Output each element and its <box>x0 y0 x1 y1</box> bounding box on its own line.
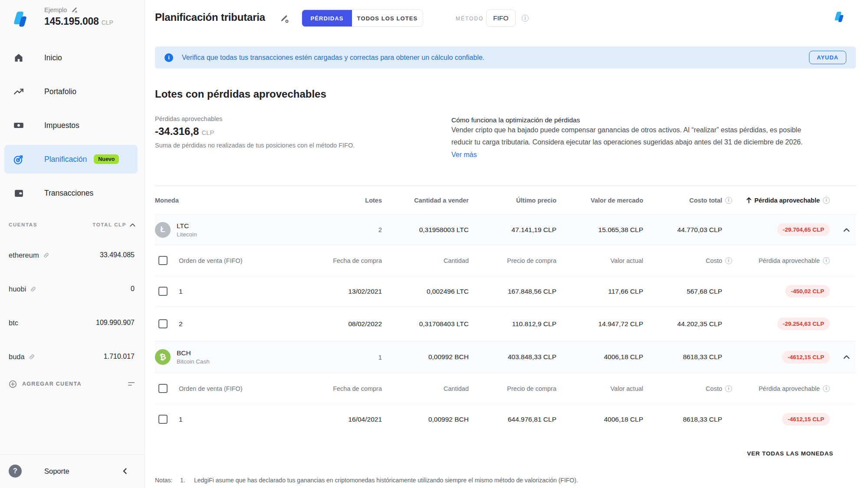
row-checkbox[interactable] <box>158 415 168 424</box>
sidebar-item-planificacion[interactable]: Planificación Nuevo <box>0 142 144 176</box>
question-circle-icon: ? <box>9 465 22 478</box>
link-icon <box>29 354 35 360</box>
chevron-up-icon <box>843 228 850 232</box>
perdida-sub-info-icon[interactable]: i <box>823 257 830 264</box>
sidebar-item-label: Portafolio <box>44 87 76 96</box>
accounts-total-toggle[interactable]: TOTAL CLP <box>92 222 135 227</box>
loss-metric: Pérdidas aprovechables -34.316,8 CLP Sum… <box>155 115 355 149</box>
perdida-info-icon[interactable]: i <box>823 197 830 204</box>
lot-buy-price: 110.812,9 CLP <box>469 320 556 328</box>
home-icon <box>13 52 24 63</box>
sidebar-item-label: Inicio <box>44 53 62 62</box>
support-label: Soporte <box>44 467 69 475</box>
add-account-button[interactable]: AGREGAR CUENTA <box>9 374 135 394</box>
how-text-line: reducir tu carga tributaria. Considera e… <box>451 136 857 148</box>
lot-current-value: 117,66 CLP <box>556 288 643 295</box>
workspace-info: Ejemplo 145.195.008 CLP <box>44 7 113 27</box>
select-all-checkbox[interactable] <box>158 384 168 393</box>
lot-order: 1 <box>179 416 183 423</box>
method-info-icon[interactable]: i <box>522 15 529 22</box>
account-row-btc[interactable]: btc 109.990.907 <box>0 306 144 340</box>
note-number: 2. <box>180 486 194 488</box>
lot-cost: 44.202,35 CLP <box>643 320 722 328</box>
lot-date: 13/02/2021 <box>285 288 382 295</box>
ayuda-button[interactable]: AYUDA <box>809 51 846 64</box>
plan-settings-icon[interactable] <box>279 14 289 26</box>
row-checkbox[interactable] <box>158 319 168 328</box>
col-costo-total: Costo total i <box>643 197 722 204</box>
lot-row: 1 13/02/2021 0,002496 LTC 167.848,56 CLP… <box>155 276 856 306</box>
subcol-cantidad: Cantidad <box>382 257 469 264</box>
collapse-row-button[interactable] <box>830 228 856 232</box>
col-perdida-aprovechable[interactable]: Pérdida aprovechable i <box>722 197 830 204</box>
metric-label: Pérdidas aprovechables <box>155 115 355 122</box>
lot-order: 2 <box>179 320 183 328</box>
metric-value: -34.316,8 <box>155 125 199 138</box>
coin-market-value: 15.065,38 CLP <box>556 226 643 234</box>
lot-cost: 567,68 CLP <box>643 288 722 295</box>
accounts-header: CUENTAS TOTAL CLP <box>9 222 135 227</box>
workspace-balance-currency: CLP <box>102 19 113 26</box>
subcol-orden: Orden de venta (FIFO) <box>179 257 243 264</box>
app-logo <box>10 10 30 31</box>
loss-badge: -29.254,63 CLP <box>777 318 830 330</box>
sidebar-item-inicio[interactable]: Inicio <box>0 41 144 75</box>
support-button[interactable]: ? Soporte <box>9 461 128 481</box>
edit-pen-icon[interactable] <box>71 7 78 13</box>
sidebar-item-portafolio[interactable]: Portafolio <box>0 75 144 108</box>
row-checkbox[interactable] <box>158 287 168 296</box>
loss-badge: -4612,15 CLP <box>782 351 830 364</box>
coin-amount: 0,31958003 LTC <box>382 226 469 234</box>
select-all-checkbox[interactable] <box>158 256 168 265</box>
coin-row-ltc[interactable]: Ł LTC Litecoin 2 0,31958003 LTC 47.141,1… <box>155 214 856 245</box>
nuevo-badge: Nuevo <box>94 154 119 164</box>
sidebar-divider <box>0 454 144 455</box>
main-content: Planificación tributaria PÉRDIDAS TODOS … <box>145 0 868 488</box>
chevron-up-icon <box>843 355 850 359</box>
coin-total-cost: 8618,33 CLP <box>643 353 722 361</box>
loss-badge: -450,02 CLP <box>785 285 830 298</box>
lot-current-value: 14.947,72 CLP <box>556 320 643 328</box>
lot-row: 2 08/02/2022 0,31708403 LTC 110.812,9 CL… <box>155 306 856 341</box>
account-name: buda <box>9 353 25 361</box>
view-all-coins-link[interactable]: VER TODAS LAS MONEDAS <box>747 450 833 457</box>
sidebar-item-label: Transacciones <box>44 189 93 198</box>
col-valor-de-mercado: Valor de mercado <box>556 197 643 204</box>
coin-symbol: BCH <box>177 349 210 357</box>
lot-qty: 0,00992 BCH <box>382 416 469 423</box>
subcol-precio-compra: Precio de compra <box>469 257 556 264</box>
col-ultimo-precio: Último precio <box>469 197 556 204</box>
accounts-header-label: CUENTAS <box>9 222 37 227</box>
banner-text: Verifica que todas tus transacciones est… <box>182 54 484 62</box>
account-row-buda[interactable]: buda 1.710.017 <box>0 340 144 373</box>
tab-todos-los-lotes[interactable]: TODOS LOS LOTES <box>352 10 423 26</box>
page-title: Planificación tributaria <box>155 11 265 23</box>
sub-header-row: Orden de venta (FIFO) Fecha de compra Ca… <box>155 245 856 276</box>
coin-row-bch[interactable]: ₿ BCH Bitcoin Cash 1 0,00992 BCH 403.848… <box>155 341 856 373</box>
sidebar: Ejemplo 145.195.008 CLP Inicio <box>0 0 145 488</box>
tab-perdidas[interactable]: PÉRDIDAS <box>302 10 352 26</box>
accounts-total-label: TOTAL CLP <box>92 222 126 227</box>
account-row-huobi[interactable]: huobi 0 <box>0 272 144 306</box>
wallet-icon <box>13 187 24 199</box>
sidebar-item-transacciones[interactable]: Transacciones <box>0 176 144 210</box>
col-cantidad-a-vender: Cantidad a vender <box>382 197 469 204</box>
workspace-name: Ejemplo <box>44 7 67 13</box>
method-select[interactable]: FIFO <box>486 10 516 27</box>
app: Ejemplo 145.195.008 CLP Inicio <box>0 0 868 488</box>
sort-accounts-icon[interactable] <box>128 382 135 386</box>
how-text-line: Vender cripto que ha bajado puede compen… <box>451 124 857 136</box>
sidebar-item-label: Planificación <box>44 155 87 164</box>
link-icon <box>30 286 36 292</box>
collapse-sidebar-icon[interactable] <box>122 468 128 475</box>
sidebar-item-impuestos[interactable]: Impuestos <box>0 108 144 142</box>
ver-mas-link[interactable]: Ver más <box>451 151 477 159</box>
perdida-sub-info-icon[interactable]: i <box>823 385 830 392</box>
link-icon <box>43 252 49 259</box>
collapse-row-button[interactable] <box>830 355 856 359</box>
note-text: LedgiFi asume que has declarado tus gana… <box>194 475 856 486</box>
subcol-costo: Costo i <box>643 385 722 392</box>
account-row-ethereum[interactable]: ethereum 33.494.085 <box>0 238 144 272</box>
how-title: Cómo funciona la optimización de pérdida… <box>451 116 857 124</box>
coin-lots: 1 <box>285 354 382 361</box>
